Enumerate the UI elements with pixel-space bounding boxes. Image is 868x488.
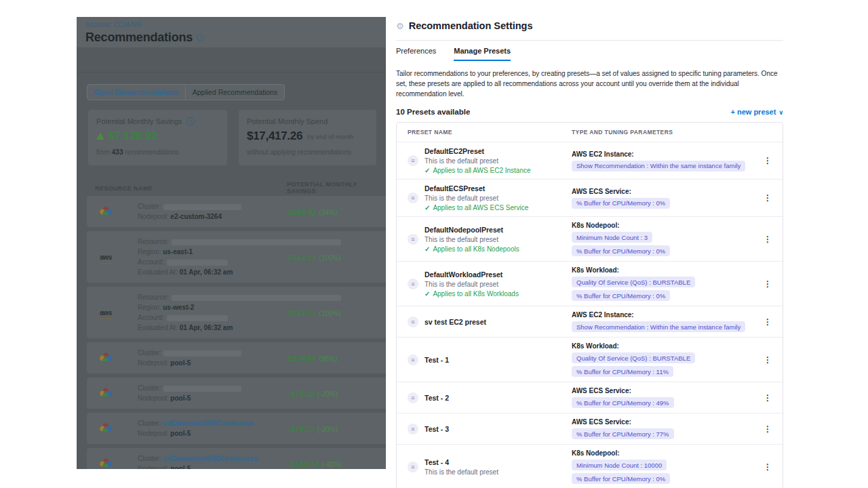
preset-type: AWS ECS Service: bbox=[572, 188, 753, 195]
resource-value: 01 Apr, 06:32 am bbox=[178, 268, 233, 276]
account-breadcrumb[interactable]: Account: CCM-NG bbox=[85, 21, 386, 28]
more-options-button[interactable]: ⋮ bbox=[753, 462, 783, 472]
more-options-button[interactable]: ⋮ bbox=[753, 235, 783, 244]
preset-name: DefaultWorkloadPreset bbox=[425, 270, 519, 279]
aws-icon: aws bbox=[96, 306, 116, 320]
preset-row[interactable]: ≡ DefaultWorkloadPreset This is the defa… bbox=[397, 262, 783, 306]
presets-table: PRESET NAME TYPE AND TUNING PARAMETERS ≡… bbox=[396, 122, 783, 488]
resource-value: us-east-1 bbox=[161, 248, 193, 256]
preset-row[interactable]: ≡ sv test EC2 preset AWS EC2 Instance: S… bbox=[397, 306, 783, 338]
more-options-button[interactable]: ⋮ bbox=[753, 193, 783, 203]
preset-applies: ✓Applies to all K8s Workloads bbox=[425, 290, 519, 298]
gear-icon: ⚙ bbox=[396, 22, 404, 30]
resource-details: Cluster:Nodepool: pool-5 bbox=[138, 383, 386, 403]
recommendation-row[interactable]: Cluster:Nodepool: e2-custom-3264 $229.42… bbox=[87, 196, 386, 227]
column-preset-name: PRESET NAME bbox=[408, 129, 572, 136]
resource-line: Nodepool: pool-5 bbox=[138, 464, 386, 469]
tuning-parameter-tag: Quality Of Service (QoS) : BURSTABLE bbox=[572, 277, 695, 287]
savings-card-label: Potential Monthly Savings bbox=[96, 117, 182, 125]
recommendation-row[interactable]: Cluster: cdConnector965CostaccessNodepoo… bbox=[87, 413, 386, 444]
resource-value: pool-5 bbox=[169, 394, 191, 402]
preset-name: sv test EC2 preset bbox=[425, 318, 486, 326]
more-options-button[interactable]: ⋮ bbox=[753, 355, 783, 365]
preset-row[interactable]: ≡ Test - 2 AWS ECS Service: % Buffer for… bbox=[397, 382, 783, 413]
column-type-tuning-parameters: TYPE AND TUNING PARAMETERS bbox=[572, 129, 753, 136]
savings-cell: $312.23(100%) bbox=[288, 251, 341, 263]
spend-subtext: without applying recommendations bbox=[247, 148, 368, 156]
more-options-button[interactable]: ⋮ bbox=[753, 424, 783, 434]
tuning-parameter-tag: % Buffer for CPU/Memory : 0% bbox=[572, 473, 670, 484]
resource-details: Cluster:Nodepool: e2-custom-3264 bbox=[138, 201, 386, 222]
resource-value: pool-5 bbox=[169, 430, 191, 437]
redacted-value bbox=[172, 295, 341, 301]
check-icon: ✓ bbox=[425, 245, 430, 253]
recommendation-row[interactable]: Cluster: cdConnector8590CostaccessNodepo… bbox=[87, 448, 386, 469]
tab-manage-presets[interactable]: Manage Presets bbox=[454, 47, 511, 61]
resource-details: Resource:Region: us-east-1Account:Evalua… bbox=[138, 237, 386, 277]
gcp-icon bbox=[98, 386, 114, 399]
tab-open-recommendations[interactable]: Open Recommendations bbox=[87, 85, 185, 100]
help-icon[interactable]: ? bbox=[186, 117, 195, 125]
resource-line: Account: bbox=[138, 257, 386, 267]
settings-title: Recommendation Settings bbox=[409, 20, 533, 31]
more-options-button[interactable]: ⋮ bbox=[753, 393, 783, 403]
settings-tabs: Preferences Manage Presets bbox=[396, 47, 783, 61]
resource-line: Cluster: bbox=[138, 383, 386, 393]
savings-cell: $234.90(96%) bbox=[288, 352, 337, 364]
tab-applied-recommendations[interactable]: Applied Recommendations bbox=[185, 85, 285, 100]
preset-drag-icon: ≡ bbox=[408, 392, 418, 403]
check-icon: ✓ bbox=[425, 290, 430, 298]
tuning-parameter-tag: % Buffer for CPU/Memory : 77% bbox=[572, 428, 674, 439]
resource-line: Nodepool: pool-5 bbox=[138, 393, 386, 403]
column-potential-monthly-savings: POTENTIAL MONTHLY SAVINGS bbox=[287, 181, 386, 195]
recommendation-row[interactable]: aws Resource:Region: us-east-1Account:Ev… bbox=[87, 231, 386, 283]
presets-table-header: PRESET NAME TYPE AND TUNING PARAMETERS bbox=[397, 123, 783, 142]
resource-details: Cluster: cdConnector965CostaccessNodepoo… bbox=[138, 418, 386, 439]
savings-cell: $229.42(34%) bbox=[288, 205, 337, 218]
new-preset-button[interactable]: + new preset∨ bbox=[730, 108, 783, 116]
recommendation-row[interactable]: aws Resource:Region: us-west-2Account:Ev… bbox=[87, 287, 386, 338]
more-options-button[interactable]: ⋮ bbox=[753, 156, 783, 165]
check-icon: ✓ bbox=[425, 204, 430, 211]
preset-row[interactable]: ≡ Test - 3 AWS ECS Service: % Buffer for… bbox=[397, 413, 783, 445]
preset-row[interactable]: ≡ DefaultEC2Preset This is the default p… bbox=[397, 142, 783, 180]
preset-name: DefaultNodepoolPreset bbox=[425, 226, 519, 234]
preset-row[interactable]: ≡ Test - 1 K8s Workload: Quality Of Serv… bbox=[397, 338, 783, 382]
info-icon[interactable]: i bbox=[197, 34, 204, 41]
resource-value: e2-custom-3264 bbox=[169, 213, 222, 220]
preset-type: K8s Workload: bbox=[572, 342, 753, 350]
preset-type: AWS EC2 Instance: bbox=[572, 150, 753, 158]
preset-name: Test - 4 bbox=[425, 458, 498, 466]
recommendation-row[interactable]: Cluster:Nodepool: pool-5 -$73.22(-20%) bbox=[87, 378, 386, 409]
tuning-parameter-tag: % Buffer for CPU/Memory : 0% bbox=[572, 198, 670, 209]
preset-type: K8s Workload: bbox=[572, 266, 753, 274]
tuning-parameter-tag: Quality Of Service (QoS) : BURSTABLE bbox=[572, 352, 695, 363]
resource-value: us-west-2 bbox=[161, 304, 194, 311]
divider bbox=[396, 40, 783, 41]
preset-name: Test - 1 bbox=[425, 356, 449, 364]
gcp-icon bbox=[98, 204, 114, 217]
recommendation-settings-drawer: ⚙ Recommendation Settings Preferences Ma… bbox=[396, 20, 783, 488]
recommendation-row[interactable]: Cluster:Nodepool: pool-5 $234.90(96%) bbox=[87, 342, 386, 373]
gcp-icon bbox=[98, 421, 114, 434]
preset-subtitle: This is the default preset bbox=[425, 195, 528, 202]
preset-row[interactable]: ≡ DefaultECSPreset This is the default p… bbox=[397, 180, 783, 217]
more-options-button[interactable]: ⋮ bbox=[753, 279, 783, 289]
preset-drag-icon: ≡ bbox=[408, 192, 418, 203]
provider-icon bbox=[96, 204, 116, 220]
preset-name: Test - 2 bbox=[425, 394, 449, 402]
toolbar-strip bbox=[77, 47, 386, 73]
check-icon: ✓ bbox=[425, 167, 430, 174]
cluster-link[interactable]: cdConnector965Costaccess bbox=[161, 420, 254, 427]
savings-icon bbox=[96, 133, 104, 140]
preset-applies: ✓Applies to all AWS EC2 Instance bbox=[425, 167, 531, 174]
tab-preferences[interactable]: Preferences bbox=[396, 47, 436, 61]
gcp-icon bbox=[98, 350, 114, 363]
preset-row[interactable]: ≡ DefaultNodepoolPreset This is the defa… bbox=[397, 217, 783, 262]
more-options-button[interactable]: ⋮ bbox=[753, 317, 783, 327]
cluster-link[interactable]: cdConnector8590Costaccess bbox=[161, 455, 257, 462]
preset-row[interactable]: ≡ Test - 4 This is the default preset K8… bbox=[397, 445, 783, 488]
resource-line: Account: bbox=[138, 312, 386, 323]
tuning-parameter-tag: % Buffer for CPU/Memory : 0% bbox=[572, 290, 670, 301]
redacted-value bbox=[163, 204, 241, 210]
